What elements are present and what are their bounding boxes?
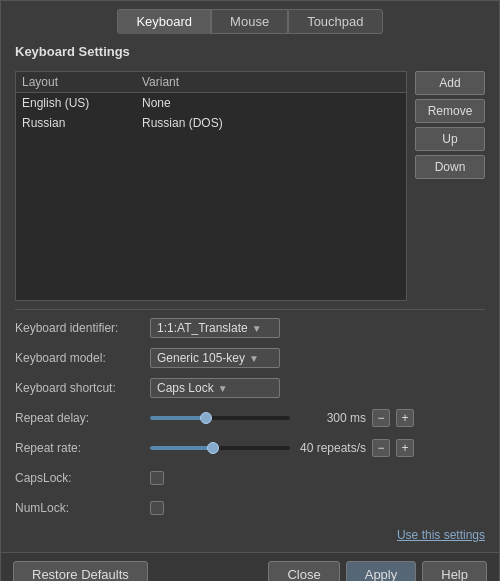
repeat-delay-slider-fill [150, 416, 206, 420]
cell-variant-1: Russian (DOS) [142, 116, 223, 130]
close-button[interactable]: Close [268, 561, 339, 581]
keyboard-shortcut-control: Caps Lock ▼ [150, 378, 280, 398]
dropdown-arrow-icon: ▼ [218, 383, 228, 394]
num-lock-checkbox[interactable] [150, 501, 164, 515]
section-title: Keyboard Settings [15, 44, 485, 59]
restore-defaults-button[interactable]: Restore Defaults [13, 561, 148, 581]
repeat-rate-increment[interactable]: + [396, 439, 414, 457]
apply-button[interactable]: Apply [346, 561, 417, 581]
keyboard-shortcut-row: Keyboard shortcut: Caps Lock ▼ [15, 376, 485, 400]
content-area: Keyboard Settings Layout Variant English… [1, 34, 499, 552]
bottom-right: Close Apply Help [268, 561, 487, 581]
keyboard-model-dropdown[interactable]: Generic 105-key ▼ [150, 348, 280, 368]
help-button[interactable]: Help [422, 561, 487, 581]
keyboard-shortcut-label: Keyboard shortcut: [15, 381, 150, 395]
keyboard-panel: Layout Variant English (US) None Russian… [15, 71, 485, 301]
repeat-rate-control: 40 repeats/s − + [150, 439, 414, 457]
bottom-left: Restore Defaults [13, 561, 148, 581]
keyboard-model-value: Generic 105-key [157, 351, 245, 365]
repeat-rate-slider-track[interactable] [150, 446, 290, 450]
repeat-delay-decrement[interactable]: − [372, 409, 390, 427]
cell-variant-0: None [142, 96, 171, 110]
repeat-delay-value: 300 ms [296, 411, 366, 425]
repeat-delay-row: Repeat delay: 300 ms − + [15, 406, 485, 430]
caps-lock-control [150, 471, 164, 485]
dropdown-arrow-icon: ▼ [252, 323, 262, 334]
caps-lock-checkbox[interactable] [150, 471, 164, 485]
repeat-rate-value: 40 repeats/s [296, 441, 366, 455]
use-settings-row: Use this settings [15, 526, 485, 542]
keyboard-model-control: Generic 105-key ▼ [150, 348, 280, 368]
tab-mouse[interactable]: Mouse [211, 9, 288, 34]
col-layout: Layout [22, 75, 142, 89]
layout-buttons: Add Remove Up Down [415, 71, 485, 301]
remove-button[interactable]: Remove [415, 99, 485, 123]
keyboard-identifier-control: 1:1:AT_Translate ▼ [150, 318, 280, 338]
repeat-rate-decrement[interactable]: − [372, 439, 390, 457]
repeat-delay-increment[interactable]: + [396, 409, 414, 427]
up-button[interactable]: Up [415, 127, 485, 151]
bottom-bar: Restore Defaults Close Apply Help [1, 552, 499, 581]
use-settings-button[interactable]: Use this settings [397, 528, 485, 542]
repeat-rate-slider-fill [150, 446, 213, 450]
tab-touchpad[interactable]: Touchpad [288, 9, 382, 34]
keyboard-identifier-value: 1:1:AT_Translate [157, 321, 248, 335]
caps-lock-label: CapsLock: [15, 471, 150, 485]
cell-layout-1: Russian [22, 116, 142, 130]
table-header: Layout Variant [16, 72, 406, 93]
repeat-rate-row: Repeat rate: 40 repeats/s − + [15, 436, 485, 460]
repeat-rate-label: Repeat rate: [15, 441, 150, 455]
num-lock-row: NumLock: [15, 496, 485, 520]
caps-lock-row: CapsLock: [15, 466, 485, 490]
repeat-delay-slider-track[interactable] [150, 416, 290, 420]
repeat-rate-slider-thumb[interactable] [207, 442, 219, 454]
table-row[interactable]: English (US) None [16, 93, 406, 113]
settings-section: Keyboard identifier: 1:1:AT_Translate ▼ … [15, 309, 485, 542]
tab-keyboard[interactable]: Keyboard [117, 9, 211, 34]
down-button[interactable]: Down [415, 155, 485, 179]
layout-table: Layout Variant English (US) None Russian… [15, 71, 407, 301]
cell-layout-0: English (US) [22, 96, 142, 110]
repeat-delay-label: Repeat delay: [15, 411, 150, 425]
keyboard-shortcut-dropdown[interactable]: Caps Lock ▼ [150, 378, 280, 398]
num-lock-label: NumLock: [15, 501, 150, 515]
table-row[interactable]: Russian Russian (DOS) [16, 113, 406, 133]
num-lock-control [150, 501, 164, 515]
add-button[interactable]: Add [415, 71, 485, 95]
repeat-delay-control: 300 ms − + [150, 409, 414, 427]
col-variant: Variant [142, 75, 179, 89]
main-window: Keyboard Mouse Touchpad Keyboard Setting… [0, 0, 500, 581]
repeat-delay-slider-thumb[interactable] [200, 412, 212, 424]
keyboard-identifier-dropdown[interactable]: 1:1:AT_Translate ▼ [150, 318, 280, 338]
keyboard-model-row: Keyboard model: Generic 105-key ▼ [15, 346, 485, 370]
dropdown-arrow-icon: ▼ [249, 353, 259, 364]
keyboard-identifier-label: Keyboard identifier: [15, 321, 150, 335]
tab-bar: Keyboard Mouse Touchpad [1, 1, 499, 34]
keyboard-shortcut-value: Caps Lock [157, 381, 214, 395]
keyboard-identifier-row: Keyboard identifier: 1:1:AT_Translate ▼ [15, 316, 485, 340]
keyboard-model-label: Keyboard model: [15, 351, 150, 365]
